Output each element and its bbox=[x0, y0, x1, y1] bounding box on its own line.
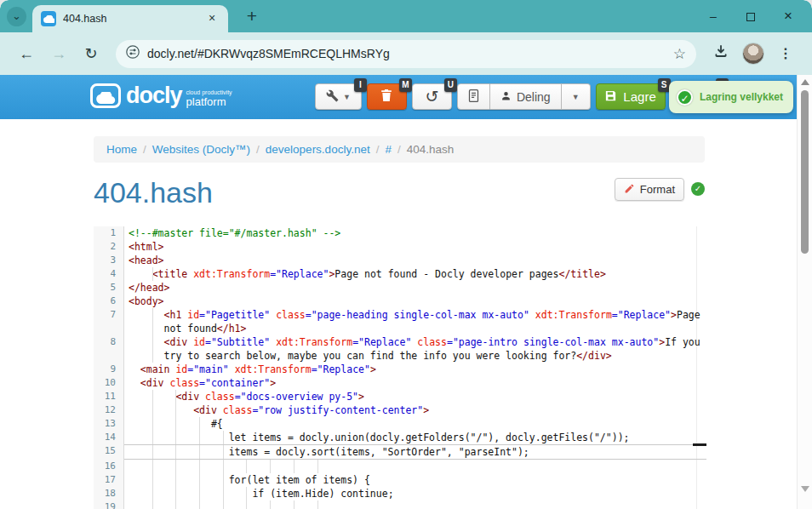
deling-label: Deling bbox=[517, 90, 551, 104]
format-button[interactable]: Format bbox=[615, 178, 684, 201]
site-settings-icon[interactable] bbox=[126, 45, 140, 62]
line-content[interactable]: items = docly.sort(items, "SortOrder", "… bbox=[124, 444, 706, 460]
page-content: Home/Websites (Docly™)/developers.docly.… bbox=[0, 119, 797, 509]
forward-button[interactable]: → bbox=[47, 42, 71, 66]
back-button[interactable]: ← bbox=[14, 42, 38, 66]
log-button[interactable] bbox=[457, 83, 490, 110]
code-line[interactable]: 8<div id="Subtitle" xdt:Transform="Repla… bbox=[94, 335, 706, 363]
window-minimize-button[interactable]: – bbox=[695, 3, 732, 29]
chevron-down-icon: ⌄ bbox=[12, 9, 21, 22]
line-content[interactable]: <h1 id="Pagetitle" class="page-heading s… bbox=[124, 308, 706, 335]
tools-button[interactable]: ▼ I bbox=[315, 83, 362, 110]
browser-tab[interactable]: 404.hash × bbox=[32, 5, 228, 32]
deling-button[interactable]: Deling bbox=[490, 83, 562, 110]
line-content[interactable]: <div class="docs-overview py-5"> bbox=[124, 390, 706, 403]
indent-guide bbox=[152, 390, 153, 403]
indent-guide bbox=[152, 460, 153, 473]
line-content[interactable]: <div class="row justify-content-center"> bbox=[124, 403, 706, 417]
line-content[interactable]: #{ bbox=[124, 417, 706, 431]
code-line[interactable]: 16 bbox=[94, 460, 706, 473]
downloads-button[interactable] bbox=[709, 42, 733, 66]
saved-check-icon: ✓ bbox=[691, 182, 705, 196]
breadcrumb-link-websites[interactable]: Websites (Docly™) bbox=[152, 143, 250, 156]
tab-close-icon[interactable]: × bbox=[204, 11, 220, 26]
code-line[interactable]: 1<!--#master file="#/master.hash" --> bbox=[94, 226, 706, 240]
logo-tagline-big: platform bbox=[186, 96, 232, 107]
window-close-button[interactable]: × bbox=[769, 3, 807, 29]
format-label: Format bbox=[640, 183, 675, 196]
line-number: 14 bbox=[94, 431, 124, 444]
code-line[interactable]: 7<h1 id="Pagetitle" class="page-heading … bbox=[94, 308, 706, 335]
line-content[interactable]: <!--#master file="#/master.hash" --> bbox=[124, 226, 706, 240]
code-line[interactable]: 2<html> bbox=[94, 240, 706, 254]
indent-guide bbox=[223, 473, 224, 487]
indent-guide bbox=[152, 473, 153, 487]
line-content[interactable] bbox=[124, 500, 706, 509]
save-label: Lagre bbox=[623, 89, 655, 104]
indent-guide bbox=[152, 431, 153, 444]
code-line[interactable]: 12<div class="row justify-content-center… bbox=[94, 403, 706, 417]
cursor-mark bbox=[693, 443, 706, 446]
indent-guide bbox=[199, 487, 200, 500]
scrollbar-thumb[interactable] bbox=[801, 90, 809, 254]
line-content[interactable]: let items = docly.union(docly.getFolders… bbox=[124, 431, 706, 444]
delete-button[interactable]: M bbox=[367, 83, 407, 110]
line-content[interactable]: <div class="container"> bbox=[124, 376, 706, 390]
breadcrumb-link-root[interactable]: # bbox=[385, 143, 392, 156]
code-line[interactable]: 10<div class="container"> bbox=[94, 376, 706, 390]
line-content[interactable]: <body> bbox=[124, 295, 706, 308]
code-line[interactable]: 11<div class="docs-overview py-5"> bbox=[94, 390, 706, 403]
code-line[interactable]: 4<title xdt:Transform="Replace">Page not… bbox=[94, 267, 706, 281]
new-tab-button[interactable]: + bbox=[242, 6, 262, 26]
indent-guide bbox=[294, 500, 294, 509]
code-line[interactable]: 19 bbox=[94, 500, 706, 509]
breadcrumb-link-home[interactable]: Home bbox=[106, 143, 137, 156]
breadcrumb-link-site[interactable]: developers.docly.net bbox=[266, 143, 370, 156]
indent-guide bbox=[223, 431, 224, 444]
line-content[interactable] bbox=[124, 460, 706, 473]
code-line[interactable]: 6<body> bbox=[94, 295, 706, 308]
code-line[interactable]: 13#{ bbox=[94, 417, 706, 431]
url-text[interactable]: docly.net/#DKRWvqz8SMEmRCEQLHMsRYg bbox=[147, 47, 673, 60]
line-content[interactable]: if (item.Hide) continue; bbox=[124, 487, 706, 500]
line-number: 13 bbox=[94, 417, 124, 431]
indent-guide bbox=[317, 460, 318, 473]
save-button[interactable]: Lagre S bbox=[596, 83, 666, 110]
page-scrollbar[interactable] bbox=[797, 75, 812, 509]
line-content[interactable]: <html> bbox=[124, 240, 706, 254]
indent-guide bbox=[152, 403, 153, 417]
browser-window: ⌄ 404.hash × + – × ← → ↻ docly.net/#DKRW… bbox=[0, 0, 812, 509]
deling-dropdown-button[interactable]: ▼ bbox=[562, 83, 591, 110]
scrollbar-up-arrow-icon[interactable] bbox=[801, 79, 809, 85]
line-content[interactable]: for(let item of items) { bbox=[124, 473, 706, 487]
wrench-icon bbox=[326, 89, 339, 105]
code-line[interactable]: 3<head> bbox=[94, 254, 706, 267]
code-line[interactable]: 17for(let item of items) { bbox=[94, 473, 706, 487]
code-line[interactable]: 5</head> bbox=[94, 281, 706, 295]
bookmark-star-icon[interactable]: ☆ bbox=[673, 45, 686, 63]
code-line[interactable]: 18if (item.Hide) continue; bbox=[94, 487, 706, 500]
profile-avatar[interactable] bbox=[742, 43, 764, 65]
code-editor[interactable]: 1<!--#master file="#/master.hash" -->2<h… bbox=[94, 226, 706, 509]
line-content[interactable]: </head> bbox=[124, 281, 706, 295]
line-content[interactable]: <div id="Subtitle" xdt:Transform="Replac… bbox=[124, 335, 706, 363]
line-content[interactable]: <title xdt:Transform="Replace">Page not … bbox=[124, 267, 706, 281]
reload-button[interactable]: ↻ bbox=[79, 42, 103, 66]
line-number: 6 bbox=[94, 295, 124, 308]
tab-title: 404.hash bbox=[63, 13, 204, 25]
window-maximize-button[interactable] bbox=[732, 3, 769, 29]
tab-search-button[interactable]: ⌄ bbox=[7, 7, 26, 26]
indent-guide bbox=[199, 445, 200, 459]
browser-menu-button[interactable]: ⋮ bbox=[774, 42, 798, 66]
scrollbar-down-arrow-icon[interactable] bbox=[801, 486, 809, 492]
line-content[interactable]: <head> bbox=[124, 254, 706, 267]
code-line[interactable]: 14let items = docly.union(docly.getFolde… bbox=[94, 431, 706, 444]
undo-button[interactable]: ↺ U bbox=[412, 83, 452, 110]
line-content[interactable]: <main id="main" xdt:Transform="Replace"> bbox=[124, 363, 706, 376]
code-line[interactable]: 9<main id="main" xdt:Transform="Replace"… bbox=[94, 363, 706, 376]
address-bar[interactable]: docly.net/#DKRWvqz8SMEmRCEQLHMsRYg ☆ bbox=[116, 40, 696, 68]
indent-guide bbox=[270, 500, 271, 509]
indent-guide bbox=[199, 460, 200, 473]
docly-logo[interactable]: docly cloud productivity platform bbox=[90, 83, 232, 109]
code-line[interactable]: 15items = docly.sort(items, "SortOrder",… bbox=[94, 444, 706, 460]
